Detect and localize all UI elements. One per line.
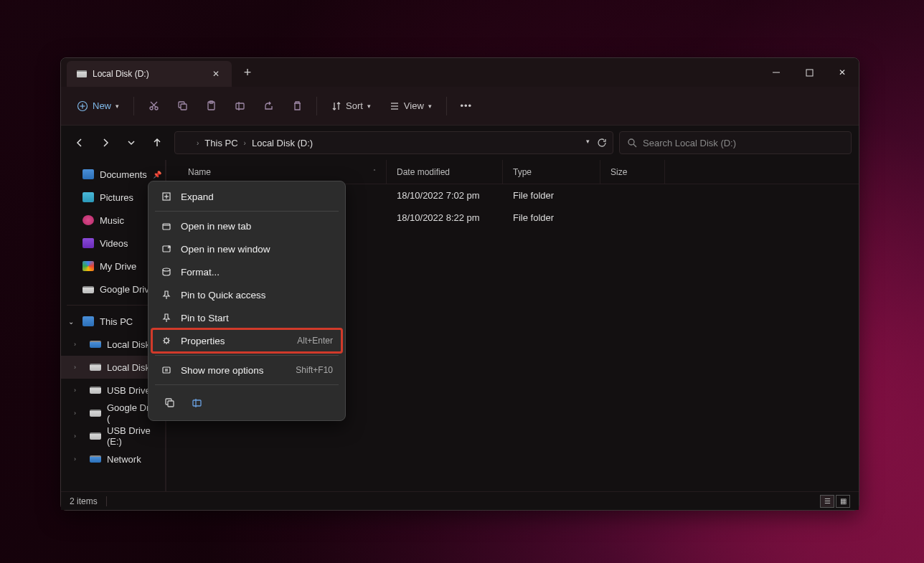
rename-action-button[interactable] [187, 392, 207, 412]
clipboard-icon [206, 100, 217, 111]
sidebar-item-label: Network [107, 454, 141, 465]
sidebar-item-drive[interactable]: ›Network [61, 448, 165, 470]
view-button[interactable]: View ▾ [382, 94, 439, 118]
svg-rect-32 [168, 401, 174, 407]
rename-button[interactable] [227, 94, 252, 118]
menu-item-pin-to-quick-access[interactable]: Pin to Quick access [152, 283, 341, 306]
minimize-button[interactable] [760, 58, 793, 87]
scissors-icon [148, 100, 159, 111]
close-tab-button[interactable]: ✕ [207, 65, 225, 82]
gdrive-icon [82, 261, 94, 271]
new-tab-button[interactable]: + [235, 58, 260, 87]
documents-icon [82, 169, 94, 179]
breadcrumb-root[interactable]: This PC [204, 138, 237, 148]
svg-point-18 [628, 139, 634, 145]
breadcrumb-current[interactable]: Local Disk (D:) [252, 138, 313, 148]
cell-type: File folder [503, 212, 600, 223]
menu-item-label: Show more options [181, 365, 264, 376]
menu-item-label: Properties [181, 336, 225, 346]
separator [133, 97, 134, 115]
separator [106, 496, 107, 506]
sidebar-item-label: My Drive [100, 261, 136, 272]
svg-point-5 [150, 107, 153, 110]
sort-icon [331, 101, 341, 111]
menu-item-label: Open in new window [181, 244, 270, 255]
column-header-type[interactable]: Type [503, 160, 600, 184]
menu-item-open-in-new-tab[interactable]: Open in new tab [152, 214, 341, 237]
forward-button[interactable] [94, 131, 117, 154]
add-circle-icon [77, 100, 88, 112]
refresh-button[interactable] [597, 138, 607, 148]
format-icon [161, 266, 172, 278]
share-icon [263, 100, 274, 111]
videos-icon [82, 238, 94, 248]
list-icon [390, 101, 400, 111]
titlebar: Local Disk (D:) ✕ + ✕ [61, 58, 859, 87]
history-button[interactable] [120, 131, 143, 154]
new-button[interactable]: New ▾ [70, 94, 126, 118]
drive-icon [90, 387, 101, 394]
svg-rect-28 [163, 367, 170, 373]
pc-icon [82, 316, 94, 326]
drive-icon [90, 410, 101, 417]
rename-icon [235, 100, 245, 111]
address-bar[interactable]: › This PC › Local Disk (D:) ▾ [174, 131, 613, 154]
menu-item-pin-to-start[interactable]: Pin to Start [152, 306, 341, 329]
music-icon [82, 215, 94, 225]
paste-button[interactable] [199, 94, 223, 118]
tab-title: Local Disk (D:) [93, 69, 149, 79]
more-button[interactable]: ••• [454, 94, 478, 118]
sidebar-item-label: Google Drive [100, 284, 154, 295]
expand-icon [161, 191, 172, 202]
chevron-right-icon: › [74, 387, 76, 394]
properties-icon [161, 335, 172, 346]
sort-indicator-icon: ˄ [373, 169, 376, 175]
icons-view-button[interactable]: ▦ [836, 495, 850, 508]
search-placeholder: Search Local Disk (D:) [643, 138, 736, 148]
chevron-right-icon: › [74, 341, 76, 348]
share-button[interactable] [256, 94, 280, 118]
column-header-size[interactable]: Size [600, 160, 665, 184]
search-box[interactable]: Search Local Disk (D:) [619, 131, 852, 154]
menu-item-format-[interactable]: Format... [152, 260, 341, 283]
chevron-down-icon: ▾ [428, 103, 432, 110]
up-button[interactable] [146, 131, 169, 154]
drive-icon [90, 455, 101, 463]
menu-item-open-in-new-window[interactable]: Open in new window [152, 237, 341, 260]
back-button[interactable] [68, 131, 91, 154]
menu-item-expand[interactable]: Expand [152, 185, 341, 208]
ellipsis-icon: ••• [460, 100, 472, 111]
details-view-button[interactable]: ☰ [820, 495, 834, 508]
address-dropdown-button[interactable]: ▾ [586, 138, 590, 148]
menu-item-properties[interactable]: PropertiesAlt+Enter [152, 329, 341, 352]
sidebar-item-label: Videos [100, 238, 128, 249]
column-header-date[interactable]: Date modified [387, 160, 503, 184]
maximize-button[interactable] [793, 58, 826, 87]
new-window-icon [161, 243, 172, 255]
menu-item-show-more-options[interactable]: Show more optionsShift+F10 [152, 359, 341, 382]
close-window-button[interactable]: ✕ [826, 58, 859, 87]
new-button-label: New [93, 100, 111, 111]
menu-item-label: Pin to Start [181, 313, 229, 323]
svg-rect-23 [163, 224, 170, 230]
chevron-right-icon: › [197, 139, 199, 147]
window-tab[interactable]: Local Disk (D:) ✕ [67, 61, 232, 87]
window-controls: ✕ [760, 58, 859, 87]
chevron-down-icon: ▾ [367, 103, 371, 110]
copy-action-button[interactable] [159, 392, 179, 412]
sort-button-label: Sort [346, 100, 363, 111]
drive-icon [90, 364, 101, 371]
sidebar-item-drive[interactable]: ›USB Drive (E:) [61, 425, 165, 448]
drive-icon [90, 341, 101, 348]
separator [67, 305, 159, 306]
copy-icon [177, 100, 188, 111]
copy-button[interactable] [170, 94, 194, 118]
sidebar-item-label: USB Drive (E:) [107, 425, 165, 447]
search-icon [627, 138, 637, 148]
menu-item-label: Open in new tab [181, 221, 251, 232]
trash-icon [292, 100, 303, 111]
sort-button[interactable]: Sort ▾ [324, 94, 378, 118]
cut-button[interactable] [141, 94, 166, 118]
delete-button[interactable] [285, 94, 309, 118]
cell-type: File folder [503, 190, 600, 201]
